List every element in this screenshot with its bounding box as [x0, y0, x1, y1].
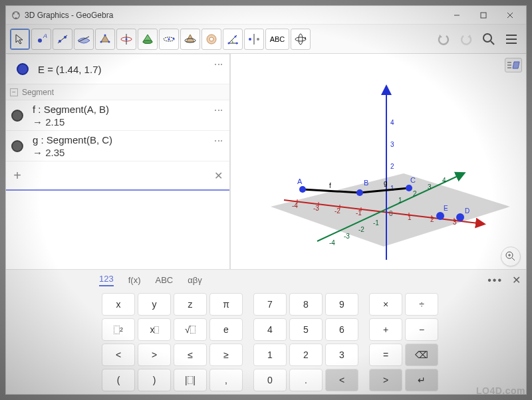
key-plus[interactable]: + [369, 318, 402, 341]
key-sq[interactable]: 2 [102, 318, 135, 341]
svg-text:3: 3 [453, 219, 457, 226]
key-5[interactable]: 5 [289, 318, 323, 341]
svg-point-17 [100, 41, 102, 43]
key-y[interactable]: y [138, 293, 171, 316]
tab-abc[interactable]: ABC [155, 275, 173, 285]
key-9[interactable]: 9 [325, 293, 358, 316]
zoom-in-button[interactable] [501, 247, 521, 266]
tool-net[interactable] [201, 29, 221, 50]
category-label: Segment [22, 88, 54, 97]
key-backspace[interactable]: ⌫ [405, 344, 438, 366]
close-button[interactable] [497, 6, 523, 25]
tool-rotate-view[interactable] [291, 29, 311, 50]
svg-line-40 [491, 41, 494, 45]
key-6[interactable]: 6 [325, 318, 358, 341]
collapse-icon[interactable]: − [10, 88, 18, 96]
key-enter[interactable]: ↵ [405, 369, 438, 391]
svg-point-16 [108, 41, 110, 43]
key-z[interactable]: z [174, 293, 207, 316]
svg-text:2: 2 [413, 190, 417, 197]
algebra-input[interactable] [29, 161, 207, 189]
key-1[interactable]: 1 [253, 344, 287, 366]
app-window: 3D Graphics - GeoGebra A ABC E = (1.44, … [5, 5, 527, 395]
search-button[interactable] [478, 29, 499, 50]
key-minus[interactable]: − [405, 318, 438, 341]
tool-text[interactable]: ABC [265, 29, 289, 50]
tool-angle[interactable] [223, 29, 243, 50]
maximize-button[interactable] [470, 6, 497, 25]
key-lt[interactable]: < [102, 344, 135, 366]
svg-text:f: f [329, 182, 331, 189]
undo-button[interactable] [433, 29, 454, 50]
key-le[interactable]: ≤ [174, 344, 207, 366]
tool-sphere[interactable] [159, 29, 179, 50]
tool-polygon[interactable] [95, 29, 115, 50]
key-3[interactable]: 3 [325, 344, 358, 366]
svg-point-24 [173, 37, 175, 39]
key-2[interactable]: 2 [289, 344, 323, 366]
svg-point-28 [209, 37, 213, 41]
clear-input-button[interactable]: ✕ [207, 169, 229, 182]
key-lparen[interactable]: ( [102, 369, 135, 391]
svg-point-32 [235, 35, 237, 37]
keyboard-close-button[interactable]: ✕ [512, 274, 521, 286]
key-gt[interactable]: > [138, 344, 171, 366]
visibility-toggle[interactable] [17, 63, 29, 75]
key-pow[interactable]: x [138, 318, 171, 341]
key-div[interactable]: ÷ [405, 293, 438, 316]
key-8[interactable]: 8 [289, 293, 323, 316]
tab-greek[interactable]: αβγ [188, 275, 202, 285]
3d-scene[interactable]: 4321 -4-3-2-1 123 -4-3-2-1 1234 0 [231, 54, 523, 269]
tool-plane[interactable] [74, 29, 94, 50]
svg-point-2 [17, 13, 19, 15]
tool-circle-axis[interactable] [116, 29, 136, 50]
key-abs[interactable]: | | [174, 369, 207, 391]
tab-123[interactable]: 123 [99, 274, 114, 286]
key-mul[interactable]: × [369, 293, 402, 316]
svg-text:2: 2 [430, 216, 434, 223]
svg-point-39 [483, 34, 491, 42]
item-menu-icon[interactable]: ⋮ [213, 106, 224, 116]
svg-point-23 [168, 38, 170, 40]
key-ge[interactable]: ≥ [209, 344, 243, 366]
key-dot[interactable]: . [289, 369, 323, 391]
key-0[interactable]: 0 [253, 369, 287, 391]
key-right[interactable]: > [369, 369, 402, 391]
tool-point[interactable]: A [31, 29, 51, 50]
stylebar-toggle[interactable] [505, 58, 522, 72]
tool-reflect[interactable] [244, 29, 264, 50]
tool-line[interactable] [53, 29, 72, 50]
key-4[interactable]: 4 [253, 318, 287, 341]
algebra-item-segment-f[interactable]: f : Segment(A, B) → 2.15 ⋮ [6, 100, 229, 131]
tool-move[interactable] [10, 29, 30, 50]
visibility-toggle[interactable] [11, 140, 23, 152]
visibility-toggle[interactable] [11, 110, 23, 122]
key-pi[interactable]: π [209, 293, 243, 316]
svg-point-79 [299, 186, 306, 193]
algebra-item-segment-g[interactable]: g : Segment(B, C) → 2.35 ⋮ [6, 131, 229, 161]
keyboard-more-button[interactable]: ••• [487, 274, 503, 286]
category-header[interactable]: − Segment [6, 84, 229, 100]
tool-cone[interactable] [138, 29, 158, 50]
tool-intersect[interactable] [180, 29, 200, 50]
svg-point-36 [257, 38, 259, 41]
menu-button[interactable] [501, 29, 522, 50]
key-rparen[interactable]: ) [138, 369, 171, 391]
item-menu-icon[interactable]: ⋮ [213, 136, 224, 146]
key-e[interactable]: e [209, 318, 243, 341]
redo-button[interactable] [456, 29, 477, 50]
svg-point-38 [299, 34, 303, 45]
tab-fx[interactable]: f(x) [128, 275, 141, 285]
item-menu-icon[interactable]: ⋮ [213, 60, 224, 70]
key-comma[interactable]: , [209, 369, 243, 391]
add-item-button[interactable]: + [6, 168, 29, 183]
svg-point-3 [15, 17, 17, 19]
minimize-button[interactable] [444, 6, 470, 25]
key-x[interactable]: x [102, 293, 135, 316]
key-7[interactable]: 7 [253, 293, 287, 316]
algebra-item-point[interactable]: E = (1.44, 1.7) ⋮ [6, 54, 229, 84]
key-left[interactable]: < [325, 369, 358, 391]
graphics-3d-view[interactable]: 4321 -4-3-2-1 123 -4-3-2-1 1234 0 [231, 54, 526, 269]
key-eq[interactable]: = [369, 344, 402, 366]
key-sqrt[interactable]: √ [174, 318, 207, 341]
